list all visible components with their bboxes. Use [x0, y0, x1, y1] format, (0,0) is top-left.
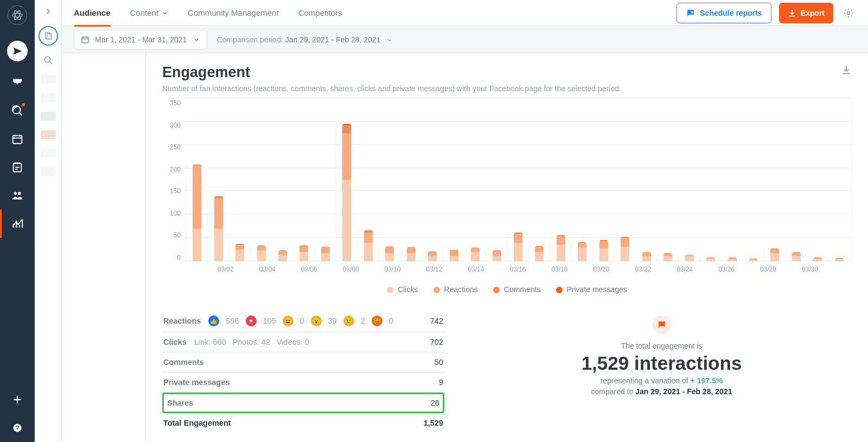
- placeholder-row: [41, 112, 56, 121]
- chart-xaxis: 03/0203/0403/0603/0803/1003/1203/1403/16…: [184, 261, 852, 277]
- chart-bar[interactable]: [507, 232, 528, 261]
- notification-dot: [21, 103, 25, 107]
- row-pm: Private messages 9: [162, 372, 444, 393]
- placeholder-row: [41, 75, 56, 84]
- settings-gear-icon[interactable]: [841, 5, 856, 21]
- chart-bar[interactable]: [700, 257, 721, 261]
- chart-bar[interactable]: [186, 165, 207, 261]
- panel-subtitle: Number of fan interactions (reactions, c…: [162, 84, 841, 93]
- brand-logo[interactable]: [8, 5, 27, 25]
- chart-bar[interactable]: [443, 250, 464, 261]
- profile-select[interactable]: [39, 26, 58, 46]
- tab-audience[interactable]: Audience: [74, 0, 111, 26]
- summary-variation: representing a variation of + 197.5%: [601, 376, 723, 385]
- comparison-value: Jan 29, 2021 - Feb 28, 2021: [285, 35, 381, 44]
- svg-point-12: [44, 56, 50, 62]
- chart-bar[interactable]: [786, 252, 807, 261]
- chart-bar[interactable]: [250, 245, 271, 261]
- nav-compose[interactable]: [0, 37, 35, 65]
- nav-add[interactable]: [0, 386, 35, 414]
- row-total: Total Engagement 1,529: [162, 413, 444, 433]
- wow-icon: 😮: [311, 315, 322, 326]
- date-range-picker[interactable]: Mar 1, 2021 - Mar 31, 2021: [74, 30, 207, 49]
- chart-bar[interactable]: [657, 253, 678, 261]
- collapse-panel-icon[interactable]: [43, 7, 53, 16]
- nav-inbox[interactable]: [0, 68, 35, 97]
- chart-bar[interactable]: [678, 255, 699, 261]
- top-tabs: Audience Content Community Management Co…: [62, 0, 868, 26]
- chart-yaxis: 350300250200150100500: [162, 98, 184, 277]
- chevron-down-icon: [162, 10, 168, 16]
- chart-bar[interactable]: [272, 250, 293, 261]
- chat-bubble-icon: [653, 315, 671, 334]
- svg-rect-14: [82, 37, 88, 43]
- nav-notes[interactable]: [0, 153, 35, 181]
- chevron-down-icon: [386, 37, 393, 43]
- schedule-reports-button[interactable]: Schedule reports: [676, 3, 771, 23]
- legend-reactions: Reactions: [433, 285, 478, 294]
- nav-listen[interactable]: [0, 97, 35, 125]
- chart-bar[interactable]: [464, 248, 486, 261]
- chart-bar[interactable]: [229, 244, 250, 261]
- chevron-down-icon: [193, 36, 200, 43]
- tab-community[interactable]: Community Management: [188, 0, 279, 26]
- chart-bar[interactable]: [358, 230, 379, 261]
- chart-bar[interactable]: [550, 235, 571, 261]
- chart-bar[interactable]: [207, 196, 228, 261]
- placeholder-row: [41, 130, 56, 139]
- calendar-icon: [81, 35, 90, 44]
- nav-calendar[interactable]: [0, 125, 35, 153]
- engagement-panel: Engagement Number of fan interactions (r…: [145, 53, 868, 442]
- chart-bar[interactable]: [315, 247, 336, 261]
- chart-bar[interactable]: [571, 242, 592, 261]
- chart-bar[interactable]: [379, 247, 400, 261]
- svg-point-13: [847, 11, 850, 14]
- like-icon: 👍: [208, 315, 219, 326]
- chart-bar[interactable]: [593, 240, 614, 261]
- placeholder-row: [41, 149, 56, 157]
- angry-icon: 😡: [372, 315, 382, 326]
- chart-bar[interactable]: [807, 257, 828, 261]
- comparison-label: Comparison period:: [217, 35, 285, 44]
- nav-analytics[interactable]: [0, 210, 35, 238]
- engagement-chart: 350300250200150100500 03/0203/0403/0603/…: [162, 98, 852, 277]
- chat-icon: [686, 8, 695, 18]
- chart-bar[interactable]: [486, 250, 507, 261]
- sad-icon: 😢: [343, 315, 354, 326]
- chart-bar[interactable]: [636, 252, 657, 261]
- nav-people[interactable]: [0, 181, 35, 210]
- sub-panel: [35, 0, 62, 442]
- search-icon[interactable]: [43, 55, 53, 65]
- summary-line1: The total engagement is: [621, 342, 702, 350]
- chart-bar[interactable]: [293, 245, 314, 261]
- tab-content[interactable]: Content: [130, 0, 169, 26]
- download-chart-icon[interactable]: [841, 64, 852, 75]
- svg-text:?: ?: [16, 425, 19, 431]
- comparison-period[interactable]: Comparison period: Jan 29, 2021 - Feb 28…: [217, 35, 393, 44]
- row-reactions: Reactions 👍596 ♥105 😆0 😮39 😢2 😡0 742: [162, 310, 444, 332]
- panel-title: Engagement: [162, 64, 841, 81]
- date-range-text: Mar 1, 2021 - Mar 31, 2021: [95, 35, 187, 44]
- legend-comments: Comments: [493, 285, 541, 294]
- chart-bars: [184, 98, 852, 261]
- row-clicks: Clicks Link: 660 Photos: 42 Videos: 0 70…: [162, 332, 444, 352]
- nav-help[interactable]: ?: [0, 414, 35, 442]
- export-button[interactable]: Export: [779, 3, 833, 23]
- love-icon: ♥: [246, 315, 257, 326]
- placeholder-row: [41, 93, 56, 102]
- svg-rect-4: [13, 136, 22, 144]
- date-bar: Mar 1, 2021 - Mar 31, 2021 Comparison pe…: [62, 26, 868, 53]
- summary-period: compared to Jan 29, 2021 - Feb 28, 2021: [591, 387, 732, 396]
- svg-point-7: [18, 192, 21, 195]
- tab-competitors[interactable]: Competitors: [298, 0, 342, 26]
- chart-bar[interactable]: [614, 237, 635, 261]
- chart-bar[interactable]: [400, 247, 422, 261]
- svg-point-0: [12, 13, 22, 17]
- engagement-summary: The total engagement is 1,529 interactio…: [471, 310, 852, 433]
- chart-bar[interactable]: [721, 257, 742, 261]
- chart-bar[interactable]: [422, 251, 443, 261]
- haha-icon: 😆: [283, 315, 293, 326]
- chart-bar[interactable]: [336, 124, 357, 261]
- chart-bar[interactable]: [764, 248, 785, 261]
- chart-bar[interactable]: [528, 246, 550, 261]
